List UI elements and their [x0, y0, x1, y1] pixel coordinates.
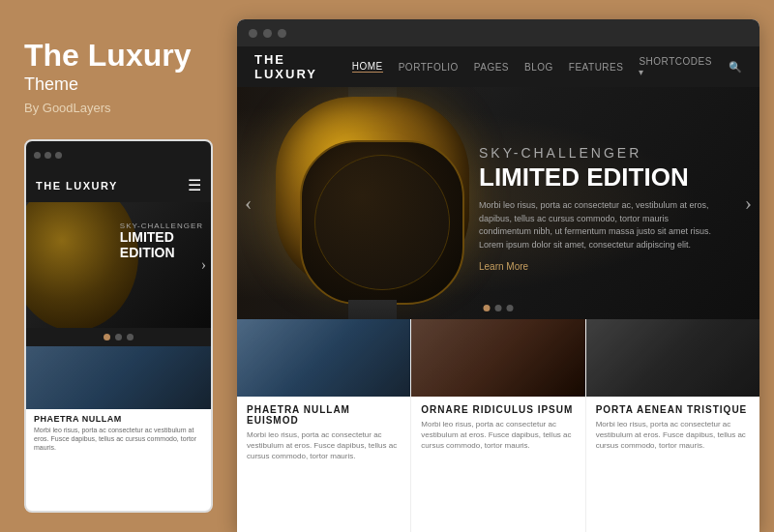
- desktop-dot-2: [263, 29, 272, 38]
- search-icon[interactable]: 🔍: [729, 61, 742, 74]
- mobile-slide-dot-2[interactable]: [115, 334, 122, 340]
- card-1-title: PHAETRA NULLAM EUISMOD: [247, 404, 401, 426]
- hero-dot-1[interactable]: [484, 305, 491, 311]
- theme-title: The Luxury: [24, 39, 213, 73]
- desktop-card-2: ORNARE RIDICULUS IPSUM Morbi leo risus, …: [411, 319, 585, 532]
- hero-arrow-right-icon[interactable]: ›: [745, 191, 752, 216]
- nav-link-home[interactable]: HOME: [352, 61, 383, 73]
- mobile-preview: THE LUXURY ☰ SKY-CHALLENGER LIMITED EDIT…: [24, 139, 213, 513]
- mobile-slide-dots: [26, 328, 211, 346]
- nav-link-pages[interactable]: PAGES: [474, 62, 509, 73]
- mobile-hero-text: SKY-CHALLENGER LIMITED EDITION: [120, 222, 203, 260]
- watch-face: [300, 140, 464, 305]
- mobile-cards: PHAETRA NULLAM Morbi leo risus, porta ac…: [26, 346, 211, 457]
- mobile-nav: THE LUXURY ☰: [26, 168, 211, 202]
- card-2-title: ORNARE RIDICULUS IPSUM: [421, 404, 575, 415]
- hero-text-block: SKY-CHALLENGER LIMITED EDITION Morbi leo…: [479, 145, 721, 272]
- desktop-hero: ‹ › SKY-CHALLENGER LIMITED EDITION Morbi…: [237, 87, 759, 319]
- card-1-image: [237, 319, 410, 397]
- mobile-dot-2: [45, 152, 51, 159]
- mobile-limited-text: LIMITED EDITION: [120, 230, 203, 260]
- hero-sky-text: SKY-CHALLENGER: [479, 145, 721, 161]
- card-3-text: Morbi leo risus, porta ac consectetur ac…: [596, 419, 750, 452]
- theme-author: By GoodLayers: [24, 101, 213, 115]
- hamburger-icon[interactable]: ☰: [188, 176, 201, 194]
- hero-description: Morbi leo risus, porta ac consectetur ac…: [479, 199, 721, 251]
- card-1-content: PHAETRA NULLAM EUISMOD Morbi leo risus, …: [237, 397, 410, 470]
- hero-watch: [266, 87, 489, 319]
- card-2-content: ORNARE RIDICULUS IPSUM Morbi leo risus, …: [411, 397, 584, 459]
- mobile-card-1: PHAETRA NULLAM Morbi leo risus, porta ac…: [26, 346, 211, 457]
- mobile-brand: THE LUXURY: [36, 180, 118, 192]
- card-3-title: PORTA AENEAN TRISTIQUE: [596, 404, 750, 415]
- nav-link-shortcodes[interactable]: SHORTCODES ▾: [639, 56, 713, 77]
- watch-band-bottom: [348, 300, 397, 319]
- mobile-hero: SKY-CHALLENGER LIMITED EDITION ›: [26, 202, 211, 328]
- desktop-cards: PHAETRA NULLAM EUISMOD Morbi leo risus, …: [237, 319, 759, 532]
- nav-link-portfolio[interactable]: PORTFOLIO: [399, 62, 459, 73]
- nav-link-blog[interactable]: BLOG: [524, 62, 553, 73]
- card-2-image: [411, 319, 584, 397]
- desktop-card-3: PORTA AENEAN TRISTIQUE Morbi leo risus, …: [586, 319, 759, 532]
- card-3-content: PORTA AENEAN TRISTIQUE Morbi leo risus, …: [586, 397, 759, 459]
- card-2-text: Morbi leo risus, porta ac consectetur ac…: [421, 419, 575, 452]
- hero-learn-more-link[interactable]: Learn More: [479, 261, 721, 272]
- mobile-arrow-right-icon[interactable]: ›: [201, 256, 206, 274]
- mobile-topbar: [26, 141, 211, 168]
- mobile-watch: [26, 202, 128, 318]
- desktop-topbar: [237, 19, 759, 46]
- mobile-slide-dot-1[interactable]: [104, 334, 110, 340]
- card-3-image: [586, 319, 759, 397]
- desktop-card-1: PHAETRA NULLAM EUISMOD Morbi leo risus, …: [237, 319, 411, 532]
- desktop-dot-1: [249, 29, 257, 38]
- watch-case: [276, 97, 469, 290]
- mobile-dot-1: [34, 152, 41, 159]
- mobile-window-dots: [34, 152, 62, 159]
- left-panel: The Luxury Theme By GoodLayers THE LUXUR…: [0, 0, 237, 532]
- hero-limited-text: LIMITED EDITION: [479, 164, 721, 190]
- mobile-card-title: PHAETRA NULLAM: [26, 409, 211, 426]
- hero-slide-dots: [484, 305, 514, 311]
- hero-arrow-left-icon[interactable]: ‹: [245, 191, 252, 216]
- desktop-brand: THE LUXURY: [254, 52, 352, 81]
- desktop-nav: THE LUXURY HOME PORTFOLIO PAGES BLOG FEA…: [237, 46, 759, 87]
- nav-link-features[interactable]: FEATURES: [569, 62, 624, 73]
- mobile-card-text: Morbi leo risus, porta ac consectetur ac…: [26, 426, 211, 457]
- desktop-nav-links: HOME PORTFOLIO PAGES BLOG FEATURES SHORT…: [352, 56, 742, 77]
- card-1-text: Morbi leo risus, porta ac consectetur ac…: [247, 429, 401, 462]
- mobile-dot-3: [55, 152, 62, 159]
- theme-subtitle: Theme: [24, 74, 213, 95]
- desktop-preview: THE LUXURY HOME PORTFOLIO PAGES BLOG FEA…: [237, 19, 759, 532]
- mobile-slide-dot-3[interactable]: [127, 334, 134, 340]
- desktop-dot-3: [278, 29, 286, 38]
- watch-dial: [314, 155, 450, 290]
- hero-dot-3[interactable]: [507, 305, 514, 311]
- mobile-card-image: [26, 346, 211, 409]
- hero-dot-2[interactable]: [495, 305, 502, 311]
